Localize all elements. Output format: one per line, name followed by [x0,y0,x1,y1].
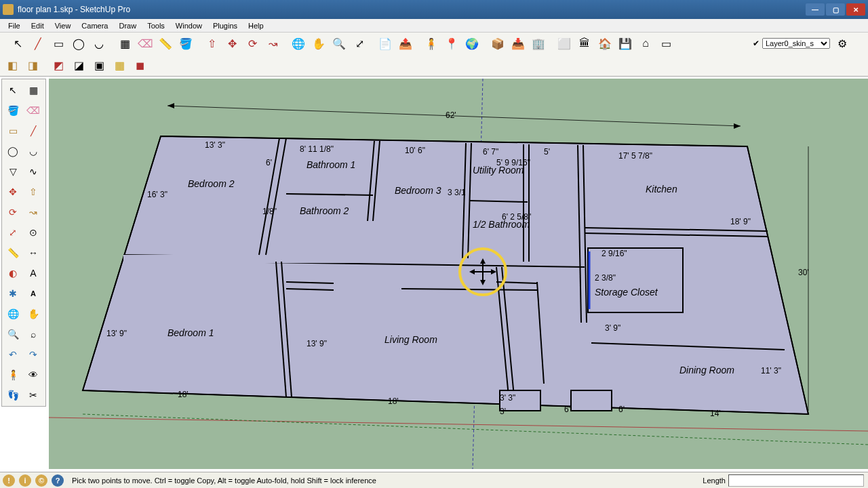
zoomwin-icon[interactable]: ⌕ [24,325,43,344]
tape-icon[interactable]: 📏 [3,243,22,262]
sandbox6-icon[interactable]: ▦ [110,56,129,75]
select-tool-icon[interactable]: ↖ [8,34,27,53]
rotate-tool-icon[interactable]: ⟳ [243,34,262,53]
line-tool-icon[interactable]: ╱ [28,34,47,53]
send-icon[interactable]: 📦 [488,34,507,53]
rectangle-tool-icon[interactable]: ▭ [49,34,68,53]
paint-icon[interactable]: 🪣 [3,101,22,120]
menu-plugins[interactable]: Plugins [208,20,243,31]
viewport[interactable]: 62' 30' [49,79,868,469]
3dtext-icon[interactable]: A [24,284,43,303]
menu-bar: File Edit View Camera Draw Tools Window … [0,19,868,33]
move-tool-icon[interactable]: ✥ [222,34,241,53]
credits-icon[interactable]: i [19,474,31,487]
sandbox1-icon[interactable]: ◧ [3,56,22,75]
house-icon[interactable]: 🏠 [595,34,614,53]
eraser-icon[interactable]: ⌫ [24,101,43,120]
zoom-tool-icon[interactable]: 🔍 [330,34,349,53]
sandbox4-icon[interactable]: ◪ [69,56,88,75]
menu-camera[interactable]: Camera [76,20,113,31]
section-icon[interactable]: ✂ [24,386,43,405]
rotate-icon[interactable]: ⟳ [3,203,22,222]
dim-2-3-8: 2 3/8" [595,273,616,283]
position-cam-icon[interactable]: 🧍 [3,365,22,384]
orbit-icon[interactable]: 🌐 [3,304,22,323]
move-icon[interactable]: ✥ [3,182,22,201]
house2-icon[interactable]: ⌂ [636,34,655,53]
rect-icon[interactable]: ▭ [3,121,22,140]
dim-icon[interactable]: ↔ [24,243,43,262]
length-input[interactable] [728,474,864,487]
save-icon[interactable]: 💾 [616,34,635,53]
status-bar: ! i © ? Pick two points to move. Ctrl = … [0,472,868,488]
polygon-icon[interactable]: ▽ [3,162,22,181]
axes-icon[interactable]: ✱ [3,284,22,303]
push-pull-icon[interactable]: ⇧ [202,34,221,53]
menu-draw[interactable]: Draw [113,20,142,31]
menu-help[interactable]: Help [243,20,269,31]
line-icon[interactable]: ╱ [24,121,43,140]
layer-selector[interactable]: ✔ Layer0_skin_s ⚙ [753,34,865,53]
building-icon[interactable]: 🏛 [575,34,594,53]
earth-icon[interactable]: 🌍 [462,34,481,53]
paint-bucket-icon[interactable]: 🪣 [176,34,195,53]
sandbox7-icon[interactable]: ◼ [130,56,149,75]
claim-icon[interactable]: © [35,474,47,487]
freehand-icon[interactable]: ∿ [24,162,43,181]
followme-icon[interactable]: ↝ [24,203,43,222]
follow-me-icon[interactable]: ↝ [263,34,282,53]
close-button[interactable]: ✕ [846,3,865,16]
arc-tool-icon[interactable]: ◡ [90,34,108,53]
pushpull-icon[interactable]: ⇧ [24,182,43,201]
export-icon[interactable]: 📤 [396,34,415,53]
zoom2-icon[interactable]: 🔍 [3,325,22,344]
circle-tool-icon[interactable]: ◯ [69,34,88,53]
next-icon[interactable]: ↷ [24,345,43,364]
component-icon[interactable]: ▦ [24,81,43,100]
layer-visible-check-icon: ✔ [753,39,760,48]
walk-icon[interactable]: 👣 [3,386,22,405]
menu-tools[interactable]: Tools [142,20,170,31]
sandbox2-icon[interactable]: ◨ [23,56,42,75]
model-canvas[interactable]: 62' 30' [49,79,868,469]
make-component-icon[interactable]: ▦ [115,34,134,53]
dim-5-9: 5' 9 9/16" [496,158,530,167]
select-icon[interactable]: ↖ [3,81,22,100]
blank-icon[interactable]: ▭ [656,34,675,53]
warehouse-icon[interactable]: 🏢 [529,34,548,53]
sandbox3-icon[interactable]: ◩ [49,56,68,75]
prev-icon[interactable]: ↶ [3,345,22,364]
receive-icon[interactable]: 📥 [509,34,528,53]
maximize-button[interactable]: ▢ [826,3,845,16]
geo-icon[interactable]: ! [3,474,15,487]
circle-icon[interactable]: ◯ [3,142,22,161]
orbit-tool-icon[interactable]: 🌐 [289,34,308,53]
layer-dropdown[interactable]: Layer0_skin_s [762,38,830,49]
look-icon[interactable]: 👁 [24,365,43,384]
tape-measure-icon[interactable]: 📏 [156,34,175,53]
eraser-tool-icon[interactable]: ⌫ [136,34,155,53]
menu-view[interactable]: View [50,20,77,31]
menu-edit[interactable]: Edit [26,20,50,31]
minimize-button[interactable]: — [806,3,825,16]
person-icon[interactable]: 🧍 [422,34,441,53]
dim-18b: 18' [388,396,399,406]
menu-file[interactable]: File [3,20,26,31]
pan-tool-icon[interactable]: ✋ [309,34,328,53]
label-bathroom2: Bathroom 2 [300,205,349,216]
menu-window[interactable]: Window [170,20,208,31]
help-icon[interactable]: ? [52,474,64,487]
protractor-icon[interactable]: ◐ [3,264,22,283]
offset-icon[interactable]: ⊙ [24,223,43,242]
get-location-icon[interactable]: 📄 [376,34,395,53]
layer-manager-icon[interactable]: ⚙ [833,34,852,53]
scale-icon[interactable]: ⤢ [3,223,22,242]
arc-icon[interactable]: ◡ [24,142,43,161]
pan-icon[interactable]: ✋ [24,304,43,323]
sandbox5-icon[interactable]: ▣ [90,56,108,75]
label-bedroom2: Bedroom 2 [188,178,235,189]
text-icon[interactable]: A [24,264,43,283]
zoom-extents-icon[interactable]: ⤢ [350,34,369,53]
place-icon[interactable]: 📍 [442,34,461,53]
cube-icon[interactable]: ⬜ [555,34,574,53]
